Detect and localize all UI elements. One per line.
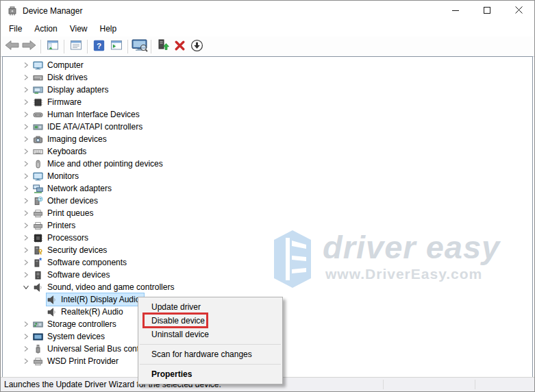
toolbar-button-update-driver[interactable] — [154, 38, 171, 55]
tree-item-keyboards[interactable]: Keyboards — [3, 145, 532, 158]
chevron-right-icon[interactable] — [19, 355, 33, 367]
tree-item-print-queues[interactable]: Print queues — [3, 207, 532, 219]
tree-item-core[interactable]: Network adapters — [33, 182, 116, 195]
tree-item-core[interactable]: Software devices — [33, 269, 114, 281]
tree-item-core[interactable]: Print queues — [33, 207, 97, 219]
tree-item-core[interactable]: Realtek(R) Audio — [47, 306, 127, 318]
tree-item-display-adapters[interactable]: Display adapters — [3, 84, 532, 96]
chevron-right-icon[interactable] — [19, 96, 33, 108]
toolbar-button-arrow-left[interactable] — [3, 38, 21, 55]
svg-text:?: ? — [39, 197, 42, 201]
menu-view[interactable]: View — [64, 23, 94, 35]
tree-item-core[interactable]: Monitors — [33, 170, 83, 182]
context-menu-item-properties[interactable]: Properties — [138, 367, 282, 381]
chevron-right-icon[interactable] — [19, 182, 33, 195]
update-driver-icon — [157, 39, 169, 54]
chevron-right-icon[interactable] — [19, 71, 33, 84]
tree-item-core[interactable]: Keyboards — [33, 145, 90, 158]
chevron-right-icon[interactable] — [19, 133, 33, 145]
tree-item-core[interactable]: Sound, video and game controllers — [33, 281, 178, 293]
tree-item-processors[interactable]: Processors — [3, 232, 532, 244]
tree-item-core[interactable]: WSD Print Provider — [33, 355, 123, 367]
tree-item-human-interface-devices[interactable]: Human Interface Devices — [3, 108, 532, 121]
tree-item-other-devices[interactable]: ?Other devices — [3, 195, 532, 207]
menu-file[interactable]: File — [3, 23, 28, 35]
tree-item-software-devices[interactable]: Software devices — [3, 269, 532, 281]
tree-item-computer[interactable]: Computer — [3, 59, 532, 71]
uninstall-x-icon — [174, 40, 186, 53]
tree-item-disk-drives[interactable]: Disk drives — [3, 71, 532, 84]
toolbar-button-console-tree[interactable] — [44, 38, 61, 55]
title-bar: Device Manager — [1, 1, 534, 21]
toolbar-button-help[interactable]: ? — [90, 38, 108, 55]
tree-item-core[interactable]: Imaging devices — [33, 133, 111, 145]
tree-item-core[interactable]: Computer — [33, 59, 88, 71]
context-menu-item-uninstall-device[interactable]: Uninstall device — [138, 328, 282, 341]
context-menu-item-scan-for-hardware-changes[interactable]: Scan for hardware changes — [138, 347, 282, 361]
context-menu-item-disable-device[interactable]: Disable device — [138, 314, 282, 328]
chevron-right-icon[interactable] — [19, 121, 33, 133]
chevron-right-icon[interactable] — [19, 195, 33, 207]
tree-item-core[interactable]: IDE ATA/ATAPI controllers — [33, 121, 147, 133]
minimize-button[interactable] — [440, 1, 471, 21]
speaker-icon — [47, 306, 60, 318]
tree-item-core[interactable]: Firmware — [33, 96, 86, 108]
tree-item-firmware[interactable]: Firmware — [3, 96, 532, 108]
printer-icon — [33, 355, 47, 367]
close-button[interactable] — [503, 1, 534, 21]
tree-item-label: Intel(R) Display Audio — [60, 294, 142, 305]
maximize-button[interactable] — [471, 1, 503, 21]
tree-item-core[interactable]: Mice and other pointing devices — [33, 158, 167, 170]
chevron-right-icon[interactable] — [19, 343, 33, 355]
chevron-right-icon[interactable] — [19, 170, 33, 182]
tree-item-imaging-devices[interactable]: Imaging devices — [3, 133, 532, 145]
tree-item-core[interactable]: Human Interface Devices — [33, 108, 144, 121]
tree-item-core[interactable]: System devices — [33, 330, 109, 343]
tree-item-core[interactable]: Security devices — [33, 244, 111, 256]
chevron-down-icon[interactable] — [19, 281, 33, 293]
tree-item-printers[interactable]: Printers — [3, 219, 532, 232]
toolbar-button-disable-circle[interactable] — [188, 38, 206, 55]
toolbar-button-uninstall-x[interactable] — [171, 38, 188, 55]
tree-item-monitors[interactable]: Monitors — [3, 170, 532, 182]
speaker-icon — [33, 281, 47, 293]
chevron-right-icon[interactable] — [19, 232, 33, 244]
tree-item-core[interactable]: Storage controllers — [33, 318, 121, 330]
chevron-right-icon[interactable] — [19, 84, 33, 96]
chevron-right-icon[interactable] — [19, 244, 33, 256]
tree-item-ide-ata-atapi-controllers[interactable]: IDE ATA/ATAPI controllers — [3, 121, 532, 133]
camera-icon — [33, 133, 47, 145]
tree-item-mice-and-other-pointing-devices[interactable]: Mice and other pointing devices — [3, 158, 532, 170]
tree-item-core[interactable]: Printers — [33, 219, 79, 232]
toolbar-button-scan-monitor[interactable] — [131, 38, 148, 55]
chevron-right-icon[interactable] — [19, 108, 33, 121]
tree-item-security-devices[interactable]: Security devices — [3, 244, 532, 256]
tree-item-core[interactable]: Intel(R) Display Audio — [47, 293, 144, 306]
chevron-right-icon[interactable] — [19, 330, 33, 343]
tree-item-core[interactable]: Processors — [33, 232, 92, 244]
chevron-right-icon[interactable] — [19, 269, 33, 281]
tree-item-core[interactable]: Display adapters — [33, 84, 112, 96]
chevron-right-icon[interactable] — [19, 158, 33, 170]
chevron-right-icon[interactable] — [19, 145, 33, 158]
toolbar-button-action-pane[interactable] — [108, 38, 125, 55]
tree-item-label: Mice and other pointing devices — [47, 158, 165, 169]
tree-item-software-components[interactable]: *Software components — [3, 256, 532, 269]
chevron-right-icon[interactable] — [19, 256, 33, 269]
tree-item-core[interactable]: *Software components — [33, 256, 131, 269]
tree-item-network-adapters[interactable]: Network adapters — [3, 182, 532, 195]
toolbar-button-arrow-right[interactable] — [21, 38, 38, 55]
chevron-right-icon[interactable] — [19, 59, 33, 71]
chevron-right-icon[interactable] — [19, 318, 33, 330]
toolbar-button-properties-window[interactable] — [67, 38, 84, 55]
tree-item-core[interactable]: Disk drives — [33, 71, 92, 84]
chevron-right-icon[interactable] — [19, 207, 33, 219]
menu-help[interactable]: Help — [94, 23, 123, 35]
tree-item-sound-video-and-game-controllers[interactable]: Sound, video and game controllers — [3, 281, 532, 293]
tree-item-core[interactable]: ?Other devices — [33, 195, 102, 207]
tree-item-label: Keyboards — [47, 146, 88, 157]
software-device-icon — [33, 269, 47, 281]
context-menu-item-update-driver[interactable]: Update driver — [138, 300, 282, 314]
menu-action[interactable]: Action — [28, 23, 63, 35]
chevron-right-icon[interactable] — [19, 219, 33, 232]
